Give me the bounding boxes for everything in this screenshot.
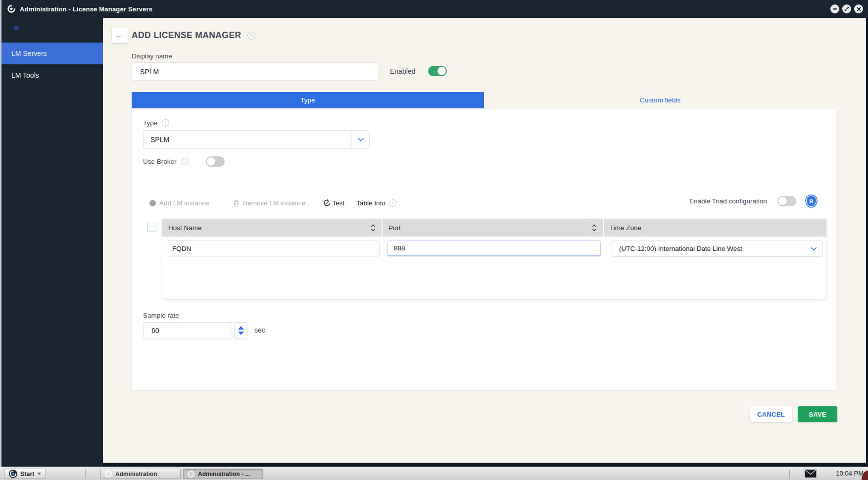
back-button[interactable]: ←	[112, 28, 128, 43]
type-select[interactable]: SPLM	[143, 130, 370, 148]
sidebar-item-lm-servers[interactable]: LM Servers	[1, 43, 103, 64]
window-title: Administration - License Manager Servers	[20, 5, 152, 13]
sidebar-item-label: LM Tools	[11, 71, 39, 79]
app-logo-icon	[7, 5, 15, 13]
sample-rate-stepper[interactable]	[234, 322, 247, 339]
clock: 10:04 PM	[836, 470, 864, 477]
task-label: Administration	[115, 471, 157, 478]
column-label: Port	[388, 224, 401, 232]
tabbar: Type Custom fields	[132, 92, 836, 108]
start-label: Start	[20, 471, 34, 478]
column-header-time-zone[interactable]: Time Zone	[604, 219, 826, 237]
use-broker-label: Use Broker	[143, 158, 177, 165]
taskbar-divider	[85, 469, 86, 479]
test-button[interactable]: Test	[323, 199, 344, 207]
use-broker-info-icon[interactable]: i	[182, 158, 189, 165]
row-checkbox[interactable]	[147, 223, 156, 232]
save-button[interactable]: SAVE	[798, 406, 837, 422]
chevron-down-icon	[351, 131, 369, 148]
stepper-up-icon[interactable]	[238, 326, 244, 330]
minimize-button[interactable]	[830, 4, 839, 13]
use-broker-toggle[interactable]	[206, 156, 225, 167]
mail-icon[interactable]	[805, 470, 817, 480]
time-zone-value: (UTC-12:00) International Date Line West	[612, 245, 805, 252]
column-header-port[interactable]: Port	[383, 219, 603, 237]
column-label: Host Name	[168, 224, 202, 232]
type-select-value: SPLM	[144, 136, 351, 144]
close-button[interactable]	[854, 4, 863, 13]
taskbar-divider	[789, 469, 790, 479]
table-info-button[interactable]: Table Info i	[356, 199, 396, 207]
chevron-down-icon	[805, 241, 822, 256]
app-window: Administration - License Manager Servers…	[0, 0, 868, 467]
port-input[interactable]	[387, 240, 601, 256]
task-button-administration-active[interactable]: Administration - ...	[183, 469, 263, 479]
add-lm-instance-label: Add LM instance	[159, 199, 209, 207]
triad-toggle[interactable]	[777, 196, 796, 206]
display-name-label: Display name	[132, 52, 172, 60]
task-app-icon	[105, 471, 112, 478]
tab-type[interactable]: Type	[132, 92, 484, 108]
task-label: Administration - ...	[198, 471, 250, 478]
r-shield-icon[interactable]: R	[807, 196, 816, 206]
table-row: (UTC-12:00) International Date Line West	[162, 237, 826, 260]
enabled-label: Enabled	[390, 67, 415, 75]
table-info-label: Table Info	[356, 199, 386, 207]
column-header-host-name[interactable]: Host Name	[162, 219, 382, 237]
task-button-administration[interactable]: Administration	[100, 469, 181, 479]
add-icon	[149, 200, 156, 206]
sidebar-item-lm-tools[interactable]: LM Tools	[1, 64, 103, 86]
remove-lm-instance-label: Remove LM instance	[243, 199, 306, 207]
host-name-input[interactable]	[166, 240, 380, 256]
type-label: Type	[143, 119, 157, 127]
caret-down-icon	[37, 473, 41, 475]
main-content: ← ADD LICENSE MANAGER i Display name Ena…	[103, 18, 866, 463]
sample-rate-input[interactable]	[143, 322, 232, 339]
sort-icon[interactable]	[371, 224, 376, 232]
cancel-button[interactable]: CANCEL	[750, 406, 792, 422]
sidebar-collapse-icon[interactable]: «	[13, 22, 19, 33]
remove-lm-instance-button[interactable]: Remove LM instance	[233, 199, 306, 207]
sort-icon[interactable]	[592, 224, 597, 232]
sample-rate-label: Sample rate	[143, 312, 179, 319]
tab-label: Type	[300, 96, 315, 104]
enabled-toggle[interactable]	[428, 66, 447, 76]
maximize-button[interactable]	[842, 4, 851, 13]
tab-label: Custom fields	[640, 96, 680, 104]
tab-custom-fields[interactable]: Custom fields	[484, 92, 836, 108]
column-label: Time Zone	[610, 224, 641, 232]
lm-instance-table: Host Name Port Time Zone	[162, 219, 826, 299]
type-info-icon[interactable]: i	[162, 119, 169, 127]
sidebar-item-label: LM Servers	[11, 49, 47, 57]
trash-icon	[233, 199, 240, 207]
titlebar: Administration - License Manager Servers	[1, 0, 868, 18]
add-lm-instance-button[interactable]: Add LM instance	[149, 199, 209, 207]
triad-label: Enable Triad configuration	[689, 197, 767, 205]
start-logo-icon	[9, 470, 17, 478]
taskbar: Start Administration Administration - ..…	[0, 467, 868, 480]
sample-rate-unit: sec	[254, 326, 265, 334]
time-zone-select[interactable]: (UTC-12:00) International Date Line West	[612, 240, 823, 257]
page-info-icon[interactable]: i	[247, 32, 255, 40]
sidebar: « LM Servers LM Tools	[1, 18, 103, 467]
task-app-icon	[188, 471, 194, 478]
stepper-down-icon[interactable]	[238, 332, 244, 335]
test-label: Test	[332, 199, 344, 207]
table-info-icon: i	[389, 199, 396, 207]
test-icon	[323, 199, 331, 207]
display-name-input[interactable]	[132, 62, 379, 81]
page-title: ADD LICENSE MANAGER	[132, 30, 241, 41]
start-button[interactable]: Start	[4, 469, 46, 479]
